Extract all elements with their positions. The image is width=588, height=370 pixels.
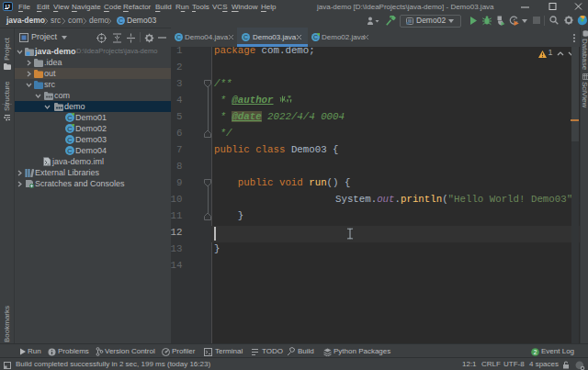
svg-text:C: C <box>243 34 248 40</box>
svg-text:C: C <box>313 34 318 40</box>
svg-text:2: 2 <box>534 349 537 355</box>
svg-text:C: C <box>67 114 73 122</box>
svg-text:C: C <box>176 34 181 40</box>
svg-text:C: C <box>67 147 73 155</box>
svg-text:C: C <box>67 125 73 133</box>
svg-text:C: C <box>67 136 73 144</box>
svg-text:C: C <box>119 17 123 24</box>
